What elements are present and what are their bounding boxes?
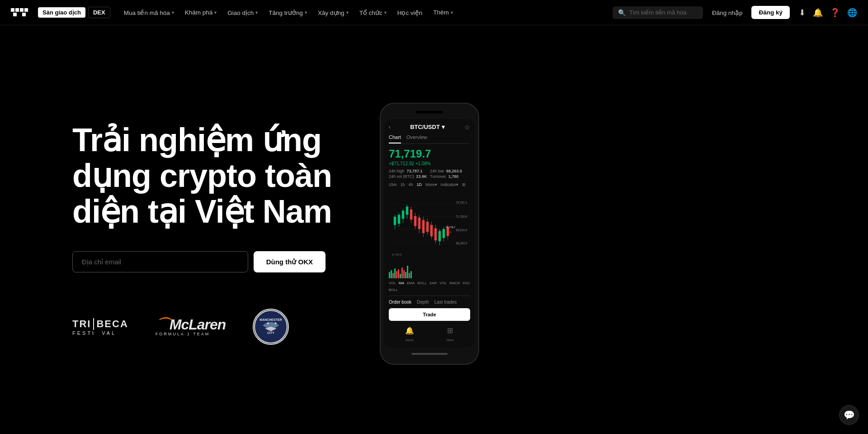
chat-icon: 💬 — [844, 410, 855, 420]
phone-tab-chart: Chart — [389, 134, 401, 143]
nav-item-kham-pha[interactable]: Khám phá ▾ — [180, 6, 222, 19]
svg-text:★: ★ — [266, 321, 269, 325]
svg-rect-1 — [15, 8, 19, 12]
register-button[interactable]: Đăng ký — [751, 6, 790, 19]
search-bar[interactable]: 🔍 Tìm kiếm tiền mã hóa — [613, 6, 703, 19]
hero-left: Trải nghiệm ứng dụng crypto toàn diện tạ… — [72, 122, 353, 345]
phone-alerts-icon: 🔔Alerts — [405, 326, 414, 343]
phone-notch — [416, 111, 443, 114]
chevron-down-icon: ▾ — [172, 10, 174, 15]
hero-title: Trải nghiệm ứng dụng crypto toàn diện tạ… — [72, 122, 353, 230]
svg-rect-2 — [13, 13, 17, 16]
phone-tab-overview: Overview — [406, 134, 427, 143]
navbar-right: 🔍 Tìm kiếm tiền mã hóa Đăng nhập Đăng ký… — [613, 6, 857, 19]
globe-icon[interactable]: 🌐 — [847, 8, 857, 18]
login-button[interactable]: Đăng nhập — [708, 6, 746, 19]
search-placeholder: Tìm kiếm tiền mã hóa — [629, 9, 687, 16]
navbar: Sàn giao dịch DEX Mua tiền mã hóa ▾ Khám… — [0, 0, 868, 25]
phone-stats: 24h high 73,787.1 24h low 68,263.5 24h v… — [389, 169, 470, 179]
tribeca-logo: TRI BECA FESTI VAL — [72, 318, 128, 336]
phone-mockup: ‹ BTC/USDT ▾ ☆ Chart Overview 71,719.7 +… — [380, 103, 479, 365]
download-icon[interactable]: ⬇ — [799, 8, 806, 18]
phone-trading-pair: BTC/USDT ▾ — [410, 124, 445, 130]
try-okx-button[interactable]: Dùng thử OKX — [254, 251, 326, 272]
mclaren-logo: ⌒McLaren FORMULA 1 TEAM — [156, 317, 226, 336]
phone-order-tabs: Order book Depth Last trades — [389, 300, 470, 305]
chevron-down-icon: ▾ — [451, 10, 453, 15]
nav-item-tang-truong[interactable]: Tăng trưởng ▾ — [264, 6, 311, 19]
chevron-down-icon: ▾ — [305, 10, 307, 15]
phone-order-section: Order book Depth Last trades Trade 🔔Aler… — [389, 296, 470, 343]
pill-dex[interactable]: DEX — [88, 7, 110, 18]
svg-rect-36 — [426, 221, 429, 232]
phone-price: 71,719.7 — [389, 148, 470, 160]
nav-item-xay-dung[interactable]: Xây dựng ▾ — [313, 6, 353, 19]
hero-form: Dùng thử OKX — [72, 251, 326, 272]
svg-text:■ OKX: ■ OKX — [392, 252, 402, 256]
phone-mockup-container: ‹ BTC/USDT ▾ ☆ Chart Overview 71,719.7 +… — [380, 103, 479, 365]
svg-rect-40 — [434, 228, 437, 240]
svg-rect-44 — [443, 229, 445, 238]
phone-chart: 73,787.1 71,702.6 69,514.4 68,263.5 — [389, 189, 470, 261]
svg-rect-26 — [406, 206, 408, 215]
svg-text:71,702.6: 71,702.6 — [456, 215, 467, 218]
svg-text:MANCHESTER: MANCHESTER — [260, 318, 282, 321]
svg-rect-5 — [22, 13, 26, 16]
phone-screen: ‹ BTC/USDT ▾ ☆ Chart Overview 71,719.7 +… — [384, 119, 475, 348]
svg-rect-30 — [414, 216, 416, 226]
svg-rect-4 — [24, 8, 28, 12]
svg-rect-42 — [439, 231, 441, 241]
chevron-down-icon: ▾ — [255, 10, 258, 15]
manchester-city-logo: MANCHESTER CITY ★ ★ — [253, 309, 289, 345]
svg-text:-18.28: -18.28 — [446, 231, 452, 234]
phone-back-icon: ‹ — [389, 124, 391, 130]
chevron-down-icon: ▾ — [214, 10, 217, 15]
chat-bubble-button[interactable]: 💬 — [839, 405, 859, 425]
svg-rect-32 — [418, 217, 420, 229]
phone-favorite-icon: ☆ — [464, 124, 470, 131]
phone-change: +$71,712.92 +1.08% — [389, 161, 470, 166]
svg-text:★: ★ — [274, 321, 277, 325]
svg-rect-34 — [422, 220, 425, 233]
phone-timeframes: 15m 1h 4h 1D More▾ Indicator▾ ⊞ — [389, 182, 470, 187]
svg-text:71,719.7: 71,719.7 — [446, 226, 455, 229]
email-input[interactable] — [72, 251, 248, 272]
phone-bottom-icons: 🔔Alerts ⊞More — [389, 326, 470, 343]
svg-rect-22 — [398, 215, 400, 224]
navbar-action-icons: ⬇ 🔔 ❓ 🌐 — [799, 8, 857, 18]
help-icon[interactable]: ❓ — [830, 8, 840, 18]
pill-san-giao-dich[interactable]: Sàn giao dịch — [38, 7, 85, 18]
okx-logo[interactable] — [11, 8, 31, 17]
svg-text:68,263.5: 68,263.5 — [456, 242, 467, 245]
svg-rect-0 — [11, 8, 14, 12]
search-icon: 🔍 — [618, 9, 626, 16]
svg-rect-3 — [20, 8, 24, 12]
svg-text:73,787.1: 73,787.1 — [456, 201, 467, 204]
phone-volume-bars — [389, 265, 470, 278]
phone-vol-labels: VOL MA EMA BOLL SAR VOL MACD KDJ BOLL — [389, 281, 470, 292]
main-nav: Mua tiền mã hóa ▾ Khám phá ▾ Giao dịch ▾… — [119, 6, 613, 19]
navbar-pills: Sàn giao dịch DEX — [38, 7, 110, 18]
hero-section: Trải nghiệm ứng dụng crypto toàn diện tạ… — [0, 25, 868, 433]
svg-rect-24 — [402, 210, 404, 219]
nav-item-mua[interactable]: Mua tiền mã hóa ▾ — [119, 6, 179, 19]
phone-home-bar — [411, 353, 448, 355]
nav-item-them[interactable]: Thêm ▾ — [429, 6, 458, 19]
partner-logos: TRI BECA FESTI VAL ⌒McLaren FORMULA 1 TE… — [72, 309, 353, 345]
phone-tab-orderbook: Order book — [389, 300, 411, 305]
svg-rect-28 — [410, 209, 412, 219]
phone-header: ‹ BTC/USDT ▾ ☆ — [389, 124, 470, 131]
svg-rect-20 — [394, 217, 396, 225]
phone-more-icon: ⊞More — [447, 326, 454, 343]
nav-item-to-chuc[interactable]: Tổ chức ▾ — [355, 6, 391, 19]
svg-text:69,514.4: 69,514.4 — [456, 228, 467, 231]
svg-text:CITY: CITY — [267, 331, 274, 334]
chevron-down-icon: ▾ — [346, 10, 349, 15]
notification-icon[interactable]: 🔔 — [813, 8, 823, 18]
phone-tab-depth: Depth — [417, 300, 429, 305]
phone-trade-button[interactable]: Trade — [389, 308, 470, 321]
phone-tab-last-trades: Last trades — [434, 300, 457, 305]
nav-item-hoc-vien[interactable]: Học viện — [393, 6, 427, 19]
chevron-down-icon: ▾ — [384, 10, 387, 15]
nav-item-giao-dich[interactable]: Giao dịch ▾ — [223, 6, 262, 19]
